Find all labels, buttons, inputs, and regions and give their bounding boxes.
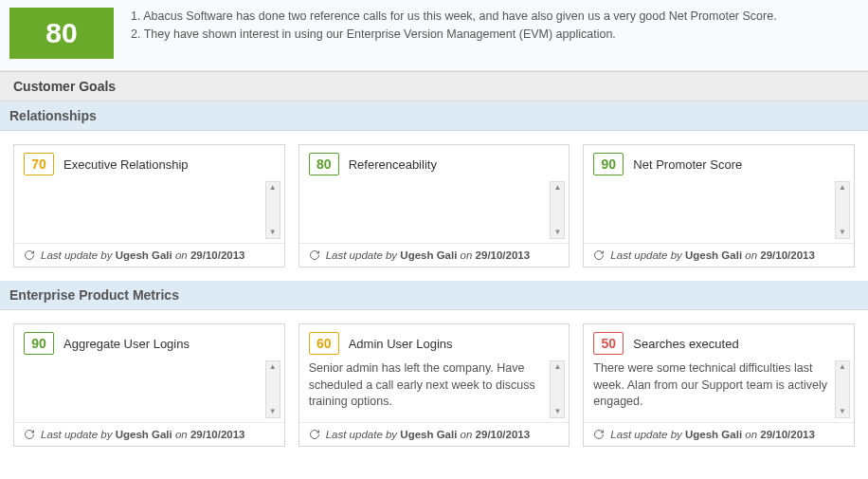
metric-card[interactable]: 50Searches executedThere were some techn… [583, 323, 855, 447]
card-header: 90Net Promoter Score [584, 145, 854, 179]
refresh-icon [309, 429, 320, 440]
card-score-badge: 70 [24, 153, 54, 175]
card-header: 80Referenceability [299, 145, 570, 179]
metric-card[interactable]: 70Executive Relationship▲▼Last update by… [13, 144, 285, 267]
scroll-up-icon[interactable]: ▲ [553, 363, 561, 371]
card-title: Executive Relationship [63, 157, 189, 172]
card-footer: Last update by Ugesh Gali on 29/10/2013 [14, 243, 284, 267]
epm-cards-row: 90Aggregate User Logins▲▼Last update by … [0, 310, 868, 460]
card-body-text: Senior admin has left the company. Have … [309, 360, 551, 418]
card-score-badge: 60 [309, 332, 339, 355]
card-body-wrap: Senior admin has left the company. Have … [299, 359, 570, 422]
scrollbar[interactable]: ▲▼ [835, 360, 850, 418]
scroll-up-icon[interactable]: ▲ [839, 184, 846, 192]
metric-card[interactable]: 90Aggregate User Logins▲▼Last update by … [13, 323, 285, 447]
scroll-down-icon[interactable]: ▼ [269, 229, 277, 236]
card-body-text [593, 181, 835, 239]
summary-line-2: 2. They have shown interest in using our… [131, 26, 777, 44]
card-body-text [24, 181, 265, 239]
card-footer: Last update by Ugesh Gali on 29/10/2013 [584, 243, 854, 267]
card-body-wrap: ▲▼ [14, 179, 284, 243]
card-footer: Last update by Ugesh Gali on 29/10/2013 [584, 422, 854, 446]
scroll-down-icon[interactable]: ▼ [553, 408, 561, 415]
scroll-down-icon[interactable]: ▼ [269, 408, 277, 415]
metric-card[interactable]: 60Admin User LoginsSenior admin has left… [298, 323, 570, 447]
refresh-icon [309, 249, 320, 261]
last-update-text: Last update by Ugesh Gali on 29/10/2013 [610, 249, 814, 261]
scrollbar[interactable]: ▲▼ [550, 181, 565, 239]
card-title: Searches executed [633, 337, 738, 351]
relationships-cards-row: 70Executive Relationship▲▼Last update by… [0, 131, 868, 281]
card-body-wrap: ▲▼ [299, 179, 570, 243]
subsection-epm: Enterprise Product Metrics [0, 281, 868, 310]
card-body-wrap: ▲▼ [14, 359, 284, 422]
refresh-icon [593, 429, 605, 440]
refresh-icon [24, 429, 35, 440]
card-title: Admin User Logins [349, 337, 453, 351]
scroll-down-icon[interactable]: ▼ [839, 408, 846, 415]
card-body-text [24, 360, 265, 418]
metric-card[interactable]: 80Referenceability▲▼Last update by Ugesh… [298, 144, 570, 267]
scrollbar[interactable]: ▲▼ [835, 181, 850, 239]
scrollbar[interactable]: ▲▼ [265, 360, 280, 418]
summary-text: 1. Abacus Software has done two referenc… [131, 8, 777, 44]
overall-score-badge: 80 [9, 8, 114, 59]
card-footer: Last update by Ugesh Gali on 29/10/2013 [299, 422, 570, 446]
card-body-wrap: There were some technical difficulties l… [584, 359, 854, 422]
card-header: 70Executive Relationship [14, 145, 284, 179]
scrollbar[interactable]: ▲▼ [550, 360, 565, 418]
card-title: Referenceability [349, 157, 437, 172]
refresh-icon [593, 249, 605, 261]
scroll-down-icon[interactable]: ▼ [839, 229, 846, 236]
card-score-badge: 80 [309, 153, 339, 175]
card-footer: Last update by Ugesh Gali on 29/10/2013 [299, 243, 570, 267]
last-update-text: Last update by Ugesh Gali on 29/10/2013 [326, 249, 530, 261]
card-header: 90Aggregate User Logins [14, 324, 284, 359]
last-update-text: Last update by Ugesh Gali on 29/10/2013 [41, 249, 244, 261]
scroll-up-icon[interactable]: ▲ [553, 184, 561, 192]
scroll-down-icon[interactable]: ▼ [553, 229, 561, 236]
scroll-up-icon[interactable]: ▲ [269, 363, 277, 371]
card-header: 50Searches executed [584, 324, 854, 359]
last-update-text: Last update by Ugesh Gali on 29/10/2013 [41, 429, 244, 440]
card-score-badge: 50 [593, 332, 624, 355]
subsection-relationships: Relationships [0, 101, 868, 131]
last-update-text: Last update by Ugesh Gali on 29/10/2013 [610, 429, 814, 440]
metric-card[interactable]: 90Net Promoter Score▲▼Last update by Uge… [583, 144, 855, 267]
refresh-icon [24, 249, 35, 261]
scroll-up-icon[interactable]: ▲ [269, 184, 277, 192]
last-update-text: Last update by Ugesh Gali on 29/10/2013 [326, 429, 530, 440]
card-footer: Last update by Ugesh Gali on 29/10/2013 [14, 422, 284, 446]
summary-line-1: 1. Abacus Software has done two referenc… [131, 8, 777, 26]
scroll-up-icon[interactable]: ▲ [839, 363, 846, 371]
card-title: Aggregate User Logins [63, 337, 190, 351]
card-body-text [309, 181, 551, 239]
card-title: Net Promoter Score [633, 157, 742, 172]
card-score-badge: 90 [24, 332, 54, 355]
card-header: 60Admin User Logins [299, 324, 570, 359]
card-body-wrap: ▲▼ [584, 179, 854, 243]
card-score-badge: 90 [593, 153, 624, 175]
section-customer-goals: Customer Goals [0, 71, 868, 101]
summary-banner: 80 1. Abacus Software has done two refer… [0, 0, 868, 71]
scrollbar[interactable]: ▲▼ [265, 181, 280, 239]
card-body-text: There were some technical difficulties l… [593, 360, 835, 418]
